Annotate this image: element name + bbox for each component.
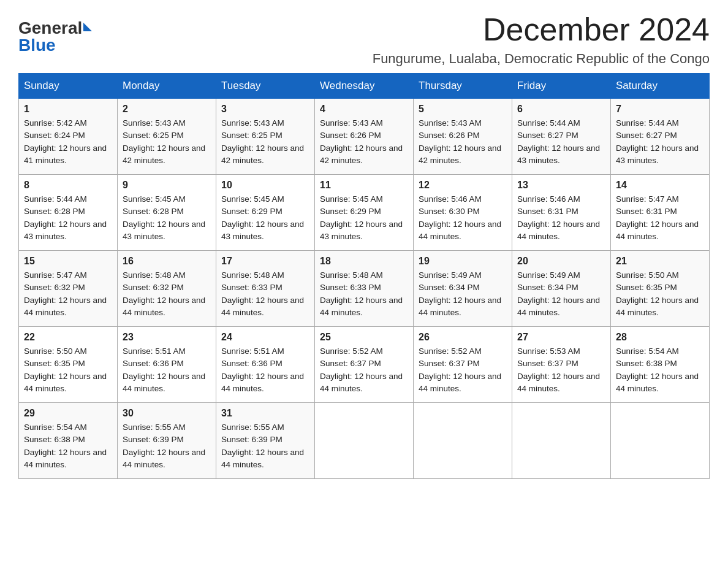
day-number: 27 [517,332,605,343]
day-number: 24 [221,332,309,343]
day-number: 9 [123,180,211,191]
calendar-cell: 25 Sunrise: 5:52 AM Sunset: 6:37 PM Dayl… [315,327,414,403]
day-number: 30 [123,408,211,419]
day-number: 29 [24,408,112,419]
day-info: Sunrise: 5:44 AM Sunset: 6:27 PM Dayligh… [517,117,605,167]
calendar-cell: 10 Sunrise: 5:45 AM Sunset: 6:29 PM Dayl… [216,175,315,251]
day-info: Sunrise: 5:50 AM Sunset: 6:35 PM Dayligh… [616,269,704,319]
day-info: Sunrise: 5:48 AM Sunset: 6:33 PM Dayligh… [221,269,309,319]
day-number: 28 [616,332,704,343]
calendar-cell: 16 Sunrise: 5:48 AM Sunset: 6:32 PM Dayl… [118,251,216,327]
day-number: 23 [123,332,211,343]
day-info: Sunrise: 5:51 AM Sunset: 6:36 PM Dayligh… [123,345,211,395]
day-number: 18 [320,256,408,267]
header-saturday: Saturday [611,74,710,99]
logo-arrow-icon [83,23,92,31]
month-title: December 2024 [373,12,710,47]
day-number: 21 [616,256,704,267]
calendar-cell: 29 Sunrise: 5:54 AM Sunset: 6:38 PM Dayl… [19,403,118,479]
calendar-week-row: 15 Sunrise: 5:47 AM Sunset: 6:32 PM Dayl… [19,251,710,327]
day-number: 8 [24,180,112,191]
calendar-cell: 3 Sunrise: 5:43 AM Sunset: 6:25 PM Dayli… [216,99,315,175]
calendar-cell: 26 Sunrise: 5:52 AM Sunset: 6:37 PM Dayl… [414,327,512,403]
day-info: Sunrise: 5:46 AM Sunset: 6:30 PM Dayligh… [419,193,507,243]
day-number: 22 [24,332,112,343]
day-info: Sunrise: 5:54 AM Sunset: 6:38 PM Dayligh… [24,421,112,471]
calendar-cell: 2 Sunrise: 5:43 AM Sunset: 6:25 PM Dayli… [118,99,216,175]
header-monday: Monday [118,74,216,99]
calendar-header-row: SundayMondayTuesdayWednesdayThursdayFrid… [19,74,710,99]
day-info: Sunrise: 5:49 AM Sunset: 6:34 PM Dayligh… [517,269,605,319]
calendar-table: SundayMondayTuesdayWednesdayThursdayFrid… [18,73,710,479]
day-info: Sunrise: 5:44 AM Sunset: 6:28 PM Dayligh… [24,193,112,243]
calendar-cell: 6 Sunrise: 5:44 AM Sunset: 6:27 PM Dayli… [512,99,611,175]
page-header: General Blue December 2024 Fungurume, Lu… [18,12,710,67]
day-info: Sunrise: 5:52 AM Sunset: 6:37 PM Dayligh… [419,345,507,395]
header-wednesday: Wednesday [315,74,414,99]
header-thursday: Thursday [414,74,512,99]
day-number: 6 [517,104,605,115]
day-number: 26 [419,332,507,343]
day-number: 16 [123,256,211,267]
location-title: Fungurume, Lualaba, Democratic Republic … [373,51,710,67]
calendar-cell: 13 Sunrise: 5:46 AM Sunset: 6:31 PM Dayl… [512,175,611,251]
day-info: Sunrise: 5:55 AM Sunset: 6:39 PM Dayligh… [123,421,211,471]
calendar-cell: 12 Sunrise: 5:46 AM Sunset: 6:30 PM Dayl… [414,175,512,251]
day-info: Sunrise: 5:42 AM Sunset: 6:24 PM Dayligh… [24,117,112,167]
day-number: 12 [419,180,507,191]
day-number: 4 [320,104,408,115]
day-info: Sunrise: 5:43 AM Sunset: 6:26 PM Dayligh… [320,117,408,167]
day-info: Sunrise: 5:44 AM Sunset: 6:27 PM Dayligh… [616,117,704,167]
calendar-cell: 4 Sunrise: 5:43 AM Sunset: 6:26 PM Dayli… [315,99,414,175]
day-number: 5 [419,104,507,115]
calendar-cell: 28 Sunrise: 5:54 AM Sunset: 6:38 PM Dayl… [611,327,710,403]
calendar-cell [512,403,611,479]
day-number: 10 [221,180,309,191]
day-info: Sunrise: 5:43 AM Sunset: 6:25 PM Dayligh… [123,117,211,167]
day-number: 19 [419,256,507,267]
day-info: Sunrise: 5:47 AM Sunset: 6:31 PM Dayligh… [616,193,704,243]
calendar-cell: 9 Sunrise: 5:45 AM Sunset: 6:28 PM Dayli… [118,175,216,251]
day-number: 2 [123,104,211,115]
day-info: Sunrise: 5:43 AM Sunset: 6:25 PM Dayligh… [221,117,309,167]
day-info: Sunrise: 5:48 AM Sunset: 6:32 PM Dayligh… [123,269,211,319]
day-number: 7 [616,104,704,115]
calendar-week-row: 29 Sunrise: 5:54 AM Sunset: 6:38 PM Dayl… [19,403,710,479]
day-info: Sunrise: 5:43 AM Sunset: 6:26 PM Dayligh… [419,117,507,167]
day-number: 3 [221,104,309,115]
day-number: 14 [616,180,704,191]
calendar-cell: 24 Sunrise: 5:51 AM Sunset: 6:36 PM Dayl… [216,327,315,403]
header-sunday: Sunday [19,74,118,99]
calendar-cell: 15 Sunrise: 5:47 AM Sunset: 6:32 PM Dayl… [19,251,118,327]
day-number: 20 [517,256,605,267]
day-info: Sunrise: 5:45 AM Sunset: 6:28 PM Dayligh… [123,193,211,243]
logo-blue-text: Blue [18,36,56,55]
day-number: 31 [221,408,309,419]
day-info: Sunrise: 5:45 AM Sunset: 6:29 PM Dayligh… [221,193,309,243]
day-info: Sunrise: 5:50 AM Sunset: 6:35 PM Dayligh… [24,345,112,395]
logo: General Blue [18,18,92,55]
calendar-cell: 30 Sunrise: 5:55 AM Sunset: 6:39 PM Dayl… [118,403,216,479]
day-info: Sunrise: 5:53 AM Sunset: 6:37 PM Dayligh… [517,345,605,395]
day-info: Sunrise: 5:54 AM Sunset: 6:38 PM Dayligh… [616,345,704,395]
day-number: 1 [24,104,112,115]
calendar-cell: 11 Sunrise: 5:45 AM Sunset: 6:29 PM Dayl… [315,175,414,251]
calendar-cell: 7 Sunrise: 5:44 AM Sunset: 6:27 PM Dayli… [611,99,710,175]
day-number: 15 [24,256,112,267]
calendar-cell: 19 Sunrise: 5:49 AM Sunset: 6:34 PM Dayl… [414,251,512,327]
day-info: Sunrise: 5:48 AM Sunset: 6:33 PM Dayligh… [320,269,408,319]
day-info: Sunrise: 5:46 AM Sunset: 6:31 PM Dayligh… [517,193,605,243]
calendar-cell: 20 Sunrise: 5:49 AM Sunset: 6:34 PM Dayl… [512,251,611,327]
day-info: Sunrise: 5:52 AM Sunset: 6:37 PM Dayligh… [320,345,408,395]
day-number: 11 [320,180,408,191]
header-tuesday: Tuesday [216,74,315,99]
title-area: December 2024 Fungurume, Lualaba, Democr… [373,12,710,67]
calendar-cell: 27 Sunrise: 5:53 AM Sunset: 6:37 PM Dayl… [512,327,611,403]
day-number: 17 [221,256,309,267]
calendar-cell [315,403,414,479]
calendar-cell: 21 Sunrise: 5:50 AM Sunset: 6:35 PM Dayl… [611,251,710,327]
day-info: Sunrise: 5:55 AM Sunset: 6:39 PM Dayligh… [221,421,309,471]
calendar-cell [414,403,512,479]
calendar-cell: 5 Sunrise: 5:43 AM Sunset: 6:26 PM Dayli… [414,99,512,175]
calendar-cell [611,403,710,479]
